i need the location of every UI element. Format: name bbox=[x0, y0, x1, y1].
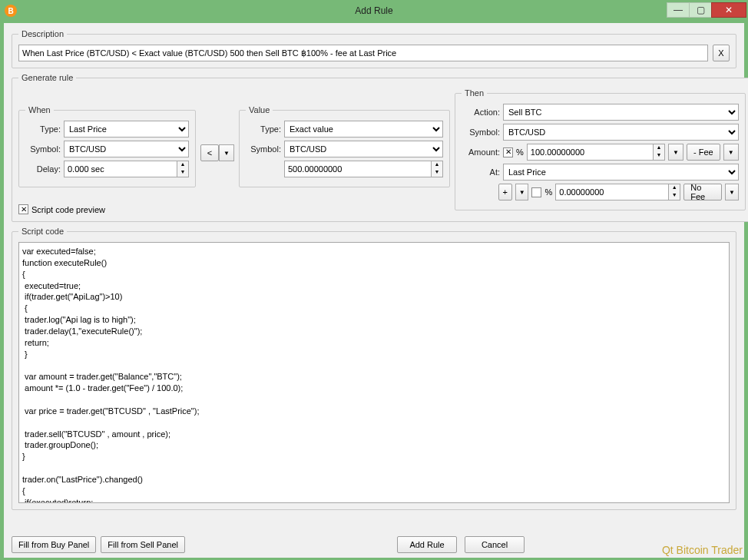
value-symbol-label: Symbol: bbox=[246, 144, 281, 154]
title-bar: B Add Rule — ▢ ✕ bbox=[0, 0, 748, 22]
when-delay-input[interactable] bbox=[64, 161, 177, 177]
then-group: Then Action: Sell BTC Symbol: BTC/USD Am… bbox=[455, 88, 746, 210]
value-amount-input[interactable] bbox=[284, 161, 431, 177]
when-delay-label: Delay: bbox=[25, 164, 61, 174]
then-symbol-select[interactable]: BTC/USD bbox=[503, 124, 739, 141]
then-extra-percent-label: % bbox=[544, 187, 552, 197]
then-plus-button[interactable]: + bbox=[498, 184, 512, 200]
then-extra-percent-checkbox[interactable] bbox=[531, 187, 541, 197]
value-symbol-select[interactable]: BTC/USD bbox=[284, 141, 443, 157]
then-at-select[interactable]: Last Price bbox=[503, 164, 739, 181]
then-amount-spinner[interactable]: ▲▼ bbox=[653, 144, 665, 161]
script-preview-checkbox[interactable]: ✕ Script code preview bbox=[18, 204, 196, 214]
value-amount-spinner[interactable]: ▲▼ bbox=[431, 161, 443, 177]
script-code-legend: Script code bbox=[18, 227, 67, 236]
then-plus-dropdown[interactable]: ▼ bbox=[515, 184, 529, 200]
comparator-dropdown[interactable]: ▼ bbox=[219, 144, 234, 161]
then-nofee-button[interactable]: No Fee bbox=[683, 184, 722, 200]
script-preview-label: Script code preview bbox=[31, 205, 105, 214]
then-percent-label: % bbox=[516, 147, 524, 157]
then-extra-spinner[interactable]: ▲▼ bbox=[668, 184, 680, 200]
brand-label: Qt Bitcoin Trader bbox=[662, 544, 743, 556]
when-type-label: Type: bbox=[25, 124, 61, 134]
dialog-body: Description X Generate rule When Type: L… bbox=[4, 23, 744, 558]
then-action-label: Action: bbox=[462, 108, 500, 117]
then-fee-dropdown[interactable]: ▼ bbox=[723, 144, 739, 161]
then-at-label: At: bbox=[462, 167, 500, 177]
add-rule-button[interactable]: Add Rule bbox=[397, 536, 457, 553]
generate-rule-legend: Generate rule bbox=[18, 73, 76, 82]
then-symbol-label: Symbol: bbox=[462, 128, 500, 137]
value-group: Value Type: Exact value Symbol: BTC/USD … bbox=[239, 105, 450, 187]
maximize-button[interactable]: ▢ bbox=[689, 2, 712, 18]
fill-from-buy-button[interactable]: Fill from Buy Panel bbox=[12, 536, 96, 553]
when-delay-spinner[interactable]: ▲▼ bbox=[177, 161, 189, 177]
description-legend: Description bbox=[18, 29, 67, 38]
minimize-button[interactable]: — bbox=[667, 2, 690, 18]
description-input[interactable] bbox=[18, 45, 708, 61]
script-code-group: Script code var executed=false; function… bbox=[12, 227, 736, 510]
generate-rule-group: Generate rule When Type: Last Price Symb… bbox=[12, 73, 748, 222]
then-percent-checkbox[interactable]: ✕ bbox=[503, 147, 513, 157]
value-legend: Value bbox=[246, 105, 273, 114]
then-amount-label: Amount: bbox=[462, 147, 500, 157]
then-nofee-dropdown[interactable]: ▼ bbox=[725, 184, 739, 200]
value-type-select[interactable]: Exact value bbox=[284, 121, 443, 138]
then-extra-input[interactable] bbox=[555, 184, 668, 200]
script-code-textarea[interactable]: var executed=false; function executeRule… bbox=[18, 242, 730, 503]
when-legend: When bbox=[25, 105, 54, 114]
then-legend: Then bbox=[462, 88, 487, 98]
when-symbol-label: Symbol: bbox=[25, 144, 61, 154]
app-icon: B bbox=[5, 5, 17, 17]
comparator-button[interactable]: < bbox=[200, 144, 219, 161]
value-type-label: Type: bbox=[246, 124, 281, 134]
cancel-button[interactable]: Cancel bbox=[465, 536, 525, 553]
window-title: Add Rule bbox=[0, 5, 748, 16]
then-fee-button[interactable]: - Fee bbox=[687, 144, 720, 161]
clear-description-button[interactable]: X bbox=[713, 45, 730, 61]
when-group: When Type: Last Price Symbol: BTC/USD De… bbox=[18, 105, 196, 187]
fill-from-sell-button[interactable]: Fill from Sell Panel bbox=[101, 536, 185, 553]
bottom-toolbar: Fill from Buy Panel Fill from Sell Panel… bbox=[12, 536, 736, 553]
when-type-select[interactable]: Last Price bbox=[64, 121, 189, 138]
then-action-select[interactable]: Sell BTC bbox=[503, 104, 739, 121]
description-group: Description X bbox=[12, 29, 736, 68]
when-symbol-select[interactable]: BTC/USD bbox=[64, 141, 189, 157]
then-amount-dropdown[interactable]: ▼ bbox=[668, 144, 683, 161]
close-button[interactable]: ✕ bbox=[711, 2, 746, 18]
then-amount-input[interactable] bbox=[527, 144, 653, 161]
